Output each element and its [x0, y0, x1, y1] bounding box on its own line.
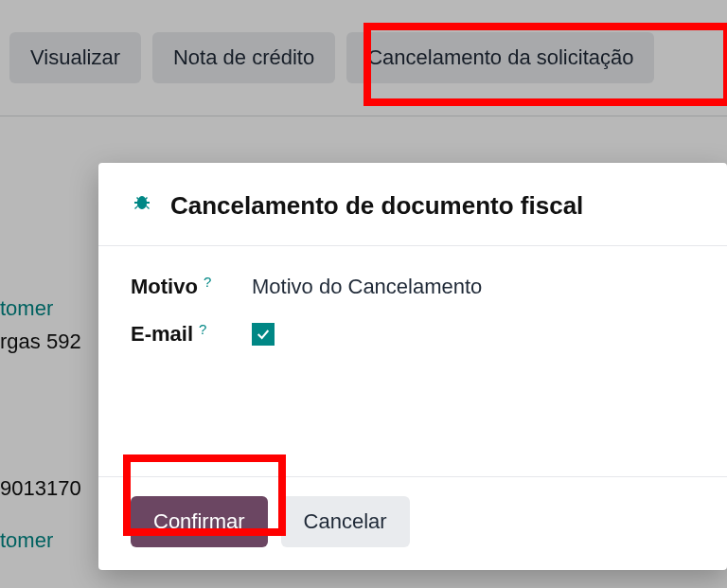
cancel-button[interactable]: Cancelar — [281, 496, 410, 547]
reason-value[interactable]: Motivo do Cancelamento — [252, 275, 482, 299]
reason-label: Motivo ? — [131, 275, 235, 299]
email-label-text: E-mail — [131, 322, 193, 347]
modal-body: Motivo ? Motivo do Cancelamento E-mail ? — [98, 246, 727, 476]
confirm-button[interactable]: Confirmar — [131, 496, 268, 547]
modal-header: Cancelamento de documento fiscal — [98, 163, 727, 246]
help-icon[interactable]: ? — [199, 321, 206, 337]
email-field: E-mail ? — [131, 322, 727, 347]
bug-icon — [131, 193, 153, 220]
email-label: E-mail ? — [131, 322, 235, 347]
reason-field: Motivo ? Motivo do Cancelamento — [131, 275, 727, 299]
modal-footer: Confirmar Cancelar — [98, 476, 727, 570]
help-icon[interactable]: ? — [204, 274, 211, 290]
email-checkbox[interactable] — [252, 323, 275, 346]
reason-label-text: Motivo — [131, 275, 198, 299]
cancel-document-modal: Cancelamento de documento fiscal Motivo … — [98, 163, 727, 570]
modal-title: Cancelamento de documento fiscal — [170, 191, 583, 221]
